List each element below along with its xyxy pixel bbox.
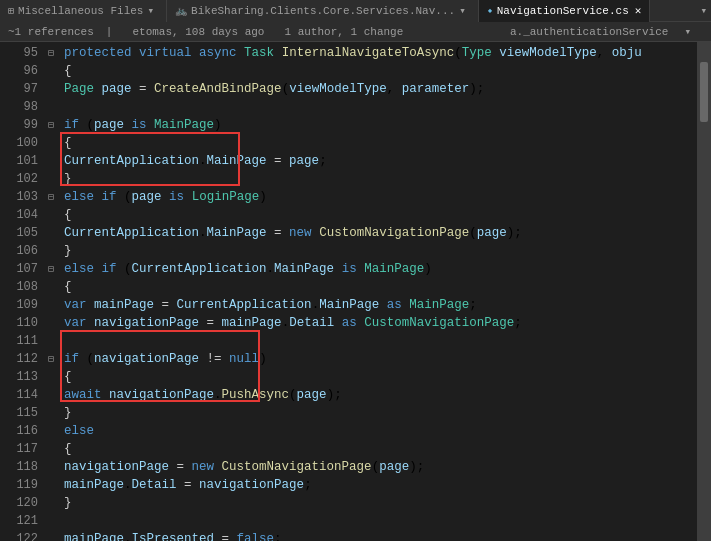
code-line-116: else: [64, 422, 697, 440]
tab-overflow-arrow[interactable]: ▾: [696, 4, 711, 17]
tab-bikesharing[interactable]: 🚲 BikeSharing.Clients.Core.Services.Nav.…: [167, 0, 479, 22]
code-line-95: protected virtual async Task InternalNav…: [64, 44, 697, 62]
fold-95[interactable]: ⊟: [44, 44, 58, 62]
fold-96: [44, 62, 58, 80]
code-line-97: Page page = CreateAndBindPage(viewModelT…: [64, 80, 697, 98]
tab-misc[interactable]: ⊞ Miscellaneous Files ▾: [0, 0, 167, 22]
fold-120: [44, 494, 58, 512]
code-line-117: {: [64, 440, 697, 458]
code-line-115: }: [64, 404, 697, 422]
fold-119: [44, 476, 58, 494]
main-area: 95 96 97 98 99 100 101 102 103 104 105 1…: [0, 42, 711, 541]
fold-122: [44, 530, 58, 541]
tab-bikesharing-label: BikeSharing.Clients.Core.Services.Nav...: [191, 5, 455, 17]
code-line-99: if (page is MainPage): [64, 116, 697, 134]
breadcrumb: a._authenticationService: [510, 26, 668, 38]
code-line-120: }: [64, 494, 697, 512]
code-line-106: }: [64, 242, 697, 260]
tab-misc-label: Miscellaneous Files: [18, 5, 143, 17]
info-bar: ~1 references | etomas, 108 days ago 1 a…: [0, 22, 711, 42]
fold-112[interactable]: ⊟: [44, 350, 58, 368]
code-panel: 95 96 97 98 99 100 101 102 103 104 105 1…: [0, 42, 711, 541]
editor-window: ⊞ Miscellaneous Files ▾ 🚲 BikeSharing.Cl…: [0, 0, 711, 541]
fold-area: ⊟ ⊟ ⊟ ⊟ ⊟: [44, 42, 60, 541]
fold-103[interactable]: ⊟: [44, 188, 58, 206]
fold-121: [44, 512, 58, 530]
bikesharing-icon: 🚲: [175, 5, 187, 17]
tab-navservice[interactable]: ⬥ NavigationService.cs ✕: [479, 0, 651, 22]
code-line-111: [64, 332, 697, 350]
tab-navservice-label: NavigationService.cs: [497, 5, 629, 17]
scrollbar-thumb[interactable]: [700, 62, 708, 122]
code-line-96: {: [64, 62, 697, 80]
fold-113: [44, 368, 58, 386]
code-line-121: [64, 512, 697, 530]
tab-misc-arrow[interactable]: ▾: [143, 4, 158, 17]
scrollbar-track[interactable]: [697, 42, 711, 541]
code-line-114: await navigationPage.PushAsync(page);: [64, 386, 697, 404]
code-line-118: navigationPage = new CustomNavigationPag…: [64, 458, 697, 476]
code-line-122: mainPage.IsPresented = false;: [64, 530, 697, 541]
fold-104: [44, 206, 58, 224]
code-line-107: else if (CurrentApplication.MainPage is …: [64, 260, 697, 278]
change-info: 1 author, 1 change: [284, 26, 403, 38]
code-content[interactable]: protected virtual async Task InternalNav…: [60, 42, 697, 541]
fold-114: [44, 386, 58, 404]
fold-108: [44, 278, 58, 296]
author-detail: etomas, 108 days ago: [132, 26, 264, 38]
fold-102: [44, 170, 58, 188]
code-line-113: {: [64, 368, 697, 386]
code-line-100: {: [64, 134, 697, 152]
tab-navservice-close[interactable]: ✕: [635, 4, 642, 17]
fold-111: [44, 332, 58, 350]
fold-100: [44, 134, 58, 152]
author-info: |: [106, 26, 113, 38]
fold-115: [44, 404, 58, 422]
fold-106: [44, 242, 58, 260]
fold-98: [44, 98, 58, 116]
code-line-103: else if (page is LoginPage): [64, 188, 697, 206]
fold-97: [44, 80, 58, 98]
code-line-109: var mainPage = CurrentApplication.MainPa…: [64, 296, 697, 314]
line-numbers: 95 96 97 98 99 100 101 102 103 104 105 1…: [0, 42, 44, 541]
fold-105: [44, 224, 58, 242]
references-info: ~1 references: [8, 26, 94, 38]
code-line-108: {: [64, 278, 697, 296]
tab-bar: ⊞ Miscellaneous Files ▾ 🚲 BikeSharing.Cl…: [0, 0, 711, 22]
code-line-105: CurrentApplication.MainPage = new Custom…: [64, 224, 697, 242]
code-line-101: CurrentApplication.MainPage = page;: [64, 152, 697, 170]
code-line-112: if (navigationPage != null): [64, 350, 697, 368]
fold-101: [44, 152, 58, 170]
code-line-110: var navigationPage = mainPage.Detail as …: [64, 314, 697, 332]
code-line-104: {: [64, 206, 697, 224]
fold-107[interactable]: ⊟: [44, 260, 58, 278]
code-line-102: }: [64, 170, 697, 188]
code-line-98: [64, 98, 697, 116]
fold-110: [44, 314, 58, 332]
fold-118: [44, 458, 58, 476]
misc-icon: ⊞: [8, 5, 14, 17]
tab-bikesharing-arrow[interactable]: ▾: [455, 4, 470, 17]
fold-117: [44, 440, 58, 458]
code-line-119: mainPage.Detail = navigationPage;: [64, 476, 697, 494]
fold-109: [44, 296, 58, 314]
breadcrumb-arrow[interactable]: ▾: [684, 25, 691, 38]
navservice-icon: ⬥: [487, 5, 493, 16]
fold-116: [44, 422, 58, 440]
fold-99[interactable]: ⊟: [44, 116, 58, 134]
